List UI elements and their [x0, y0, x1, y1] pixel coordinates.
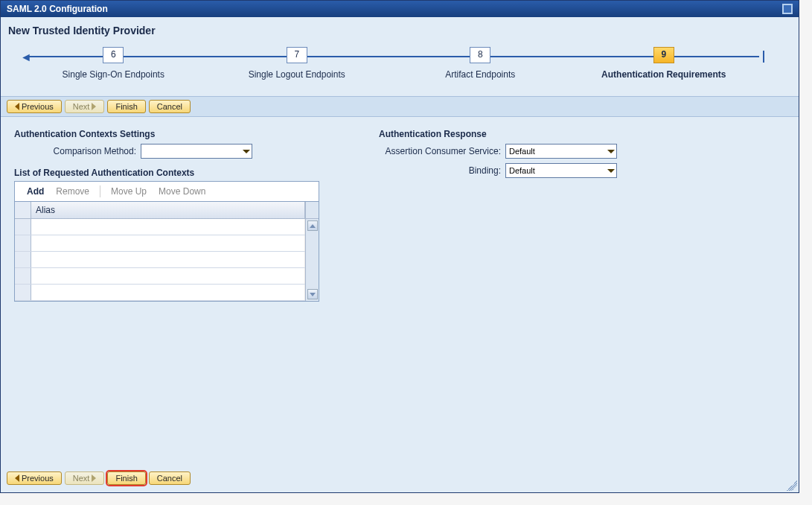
next-label: Next: [73, 102, 90, 111]
wizard-step-label-6: Single Sign-On Endpoints: [63, 69, 164, 80]
next-button-footer: Next: [65, 471, 105, 485]
maximize-icon[interactable]: [782, 4, 793, 14]
table-row[interactable]: [15, 235, 305, 252]
finish-button[interactable]: Finish: [107, 100, 145, 113]
requested-contexts-title: List of Requested Authentication Context…: [14, 168, 334, 178]
table-toolbar: Add Remove Move Up Move Down: [15, 182, 319, 202]
wizard-step-label-8: Artifact Endpoints: [445, 69, 515, 80]
auth-response-column: Authentication Response Assertion Consum…: [379, 129, 699, 302]
wizard-roadmap: ◄ 6 Single Sign-On Endpoints 7 Single Lo…: [7, 42, 793, 87]
table-scrollbar[interactable]: [305, 219, 319, 301]
toolbar-divider: [100, 185, 100, 197]
chevron-down-icon: [607, 169, 615, 173]
previous-label: Previous: [22, 474, 54, 483]
comparison-method-label: Comparison Method:: [14, 146, 141, 156]
wizard-step-num-8: 8: [470, 47, 490, 63]
saml-config-dialog: SAML 2.0 Configuration New Trusted Ident…: [0, 0, 799, 493]
dialog-title: SAML 2.0 Configuration: [7, 4, 108, 14]
cancel-button[interactable]: Cancel: [149, 100, 191, 113]
table-row[interactable]: [15, 219, 305, 235]
cancel-button-footer[interactable]: Cancel: [149, 471, 191, 485]
previous-button[interactable]: Previous: [7, 100, 62, 113]
wizard-step-label-9: Authentication Requirements: [601, 69, 726, 80]
chevron-down-icon: [243, 150, 250, 153]
grid-header: Alias: [15, 202, 319, 219]
auth-contexts-title: Authentication Contexts Settings: [14, 129, 334, 139]
scroll-down-icon[interactable]: [307, 289, 318, 299]
scroll-up-icon[interactable]: [307, 220, 318, 231]
wizard-step-8[interactable]: 8 Artifact Endpoints: [389, 47, 572, 80]
dialog-header: SAML 2.0 Configuration: [1, 1, 799, 17]
top-button-bar: Previous Next Finish Cancel: [1, 96, 799, 117]
chevron-left-icon: [15, 474, 19, 482]
chevron-right-icon: [92, 474, 96, 482]
wizard-step-6[interactable]: 6 Single Sign-On Endpoints: [22, 47, 205, 80]
grid-header-alias: Alias: [31, 202, 305, 218]
move-down-button: Move Down: [154, 185, 210, 198]
previous-label: Previous: [22, 102, 54, 111]
page-title: New Trusted Identity Provider: [1, 17, 799, 39]
grid-header-scroll-spacer: [305, 202, 319, 218]
binding-label: Binding:: [379, 165, 505, 176]
chevron-left-icon: [15, 103, 19, 110]
resize-grip-icon[interactable]: [787, 480, 797, 491]
binding-select[interactable]: Default: [505, 163, 617, 178]
finish-button-footer[interactable]: Finish: [107, 471, 145, 485]
content-area: Authentication Contexts Settings Compari…: [1, 117, 799, 314]
grid-rows: [15, 219, 305, 301]
bottom-button-bar: Previous Next Finish Cancel: [7, 471, 191, 485]
next-button: Next: [65, 100, 105, 113]
wizard-step-7[interactable]: 7 Single Logout Endpoints: [205, 47, 389, 80]
finish-label: Finish: [115, 474, 137, 483]
cancel-label: Cancel: [157, 474, 182, 483]
acs-select[interactable]: Default: [505, 144, 617, 159]
chevron-down-icon: [607, 150, 615, 153]
acs-value: Default: [509, 147, 535, 156]
wizard-step-num-9: 9: [653, 47, 674, 63]
table-row[interactable]: [15, 268, 305, 285]
table-row[interactable]: [15, 285, 305, 301]
next-label: Next: [73, 474, 90, 483]
grid-header-rownum: [15, 202, 31, 218]
cancel-label: Cancel: [157, 102, 182, 111]
table-row[interactable]: [15, 252, 305, 268]
chevron-right-icon: [92, 103, 96, 110]
auth-response-title: Authentication Response: [379, 129, 699, 139]
wizard-step-num-7: 7: [287, 47, 307, 63]
comparison-method-select[interactable]: [141, 144, 252, 159]
previous-button-footer[interactable]: Previous: [7, 471, 62, 485]
wizard-step-num-6: 6: [103, 47, 124, 63]
add-button[interactable]: Add: [22, 185, 48, 198]
move-up-button: Move Up: [106, 185, 151, 198]
acs-label: Assertion Consumer Service:: [379, 146, 505, 156]
finish-label: Finish: [115, 102, 137, 111]
roadmap-end-icon: [763, 51, 764, 63]
requested-contexts-table: Add Remove Move Up Move Down Alias: [14, 181, 319, 302]
remove-button: Remove: [51, 185, 94, 198]
binding-value: Default: [509, 166, 535, 175]
wizard-step-label-7: Single Logout Endpoints: [249, 69, 345, 80]
wizard-step-9[interactable]: 9 Authentication Requirements: [572, 47, 756, 80]
auth-contexts-column: Authentication Contexts Settings Compari…: [14, 129, 334, 302]
